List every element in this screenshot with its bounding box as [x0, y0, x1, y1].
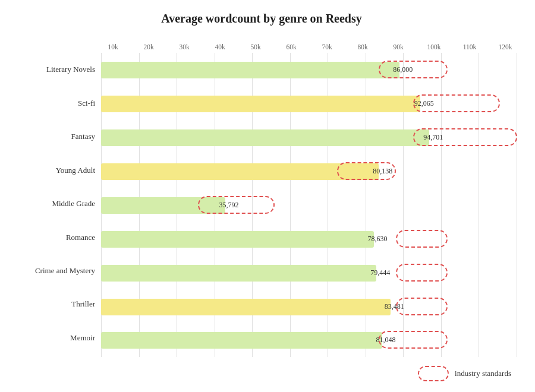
- bar-value-label: 92,065: [414, 99, 434, 108]
- x-axis-label: 120k: [493, 43, 517, 50]
- y-labels: Literary NovelsSci-fiFantasyYoung AdultM…: [6, 36, 101, 357]
- chart-inner: 10k20k30k40k50k60k70k80k90k100k110k120k …: [101, 36, 517, 357]
- bar-value-label: 86,000: [393, 65, 413, 74]
- bar-row: 78,630: [101, 226, 517, 251]
- x-axis-label: 90k: [386, 43, 410, 50]
- x-axis-label: 40k: [208, 43, 232, 50]
- y-label: Romance: [6, 223, 95, 251]
- bar-row: 80,138: [101, 159, 517, 184]
- bars-area: 86,00092,06594,70180,13835,79278,63079,4…: [101, 53, 517, 357]
- x-axis-label: 80k: [351, 43, 374, 50]
- bar-row: 81,048: [101, 327, 517, 352]
- y-label: Crime and Mystery: [6, 257, 95, 284]
- y-label: Fantasy: [6, 123, 95, 150]
- bar-fill: [101, 96, 420, 112]
- x-axis-label: 60k: [279, 43, 303, 50]
- x-axis-label: 30k: [172, 43, 196, 50]
- y-label: Young Adult: [6, 157, 95, 184]
- bar-value-label: 83,481: [385, 302, 404, 311]
- y-label: Sci-fi: [6, 90, 95, 117]
- bar-value-label: 35,792: [219, 200, 238, 209]
- bar-fill: [101, 332, 382, 349]
- y-label: Middle Grade: [6, 190, 95, 217]
- x-axis-label: 110k: [458, 43, 482, 50]
- bar-wrapper: 83,481: [101, 298, 517, 315]
- bar-fill: [101, 231, 374, 248]
- bar-row: 79,444: [101, 260, 517, 285]
- bar-fill: [101, 129, 429, 146]
- bar-wrapper: 79,444: [101, 264, 517, 282]
- x-axis-label: 50k: [244, 43, 268, 50]
- y-label: Memoir: [6, 324, 95, 352]
- y-label: Literary Novels: [6, 56, 95, 83]
- bar-fill: [101, 265, 376, 282]
- x-axis-label: 70k: [315, 43, 339, 50]
- y-label: Thriller: [6, 290, 95, 318]
- chart-area: Literary NovelsSci-fiFantasyYoung AdultM…: [6, 36, 517, 357]
- bar-fill: [101, 197, 225, 214]
- bar-value-label: 80,138: [373, 167, 392, 176]
- bar-value-label: 94,701: [423, 133, 443, 142]
- bar-value-label: 79,444: [370, 268, 390, 277]
- bar-fill: [101, 163, 379, 180]
- industry-standard-box: [396, 264, 448, 282]
- bar-row: 86,000: [101, 57, 517, 82]
- x-axis-label: 20k: [137, 43, 160, 50]
- bar-row: 94,701: [101, 125, 517, 150]
- bar-fill: [101, 62, 399, 78]
- bar-wrapper: 35,792: [101, 196, 517, 214]
- x-axis-label: 10k: [101, 43, 125, 50]
- bar-fill: [101, 299, 391, 315]
- x-axis-labels: 10k20k30k40k50k60k70k80k90k100k110k120k: [101, 36, 517, 53]
- bar-row: 35,792: [101, 192, 517, 217]
- legend-industry-box: [418, 366, 449, 381]
- x-axis-label: 100k: [422, 43, 446, 50]
- legend-label: industry standards: [455, 369, 511, 378]
- bar-row: 83,481: [101, 294, 517, 319]
- bar-value-label: 78,630: [367, 234, 387, 243]
- industry-standard-box: [396, 230, 448, 248]
- bar-row: 92,065: [101, 91, 517, 116]
- bar-wrapper: 92,065: [101, 94, 517, 112]
- bar-wrapper: 94,701: [101, 128, 517, 146]
- bar-wrapper: 86,000: [101, 61, 517, 78]
- bar-value-label: 81,048: [376, 336, 395, 344]
- bar-wrapper: 78,630: [101, 230, 517, 248]
- bar-wrapper: 80,138: [101, 162, 517, 180]
- legend: industry standards: [418, 366, 511, 381]
- bar-wrapper: 81,048: [101, 331, 517, 349]
- chart-title: Average wordcount by genre on Reedsy: [6, 12, 517, 26]
- chart-container: Average wordcount by genre on Reedsy Lit…: [0, 0, 535, 392]
